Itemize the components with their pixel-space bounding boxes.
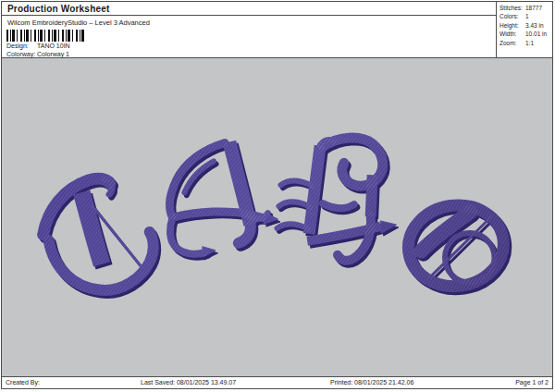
page-title: Production Worksheet	[2, 2, 496, 16]
embroidery-shadow-layer	[45, 141, 511, 295]
stat-colors: Colors:1	[497, 12, 552, 20]
stat-zoom: Zoom:1:1	[497, 39, 552, 47]
header-left-section: Production Worksheet Wilcom EmbroiderySt…	[2, 2, 496, 57]
design-value: TANO 10IN	[37, 43, 70, 49]
created-by-label: Created By:	[6, 377, 40, 388]
last-saved-text: Last Saved: 08/01/2025 13.49.07	[141, 377, 236, 388]
barcode-image	[6, 30, 84, 42]
stat-width: Width:10.01 in	[497, 30, 552, 38]
embroidery-design-tano	[2, 58, 552, 376]
stat-height: Height:3.43 in	[497, 21, 552, 30]
production-worksheet-page: Production Worksheet Wilcom EmbroiderySt…	[1, 1, 553, 389]
stat-stitches: Stitches:18777	[497, 4, 552, 12]
colorway-row: Colorway:Colorway 1	[2, 50, 496, 58]
page-number: Page 1 of 2	[515, 377, 549, 388]
design-label: Design:	[6, 42, 37, 50]
colorway-value: Colorway 1	[37, 51, 69, 57]
app-subtitle: Wilcom EmbroideryStudio – Level 3 Advanc…	[2, 16, 496, 28]
stats-panel: Stitches:18777 Colors:1 Height:3.43 in W…	[496, 2, 552, 57]
worksheet-header: Production Worksheet Wilcom EmbroiderySt…	[2, 2, 552, 58]
worksheet-footer: Created By: Last Saved: 08/01/2025 13.49…	[2, 377, 552, 388]
design-row: Design:TANO 10IN	[2, 42, 496, 50]
colorway-label: Colorway:	[6, 50, 37, 58]
design-canvas	[2, 58, 552, 377]
printed-text: Printed: 08/01/2025 21.42.06	[330, 377, 413, 388]
